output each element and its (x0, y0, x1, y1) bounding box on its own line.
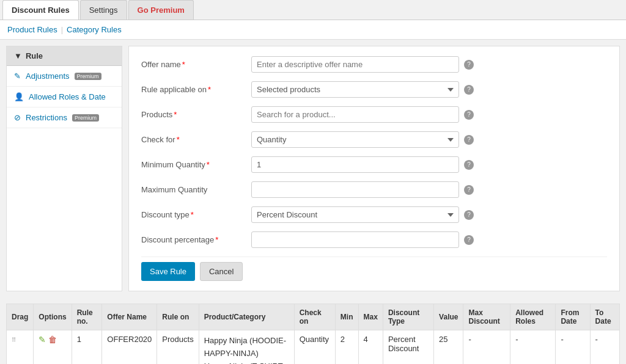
cell-products: Happy Ninja (HOODIE-HAPPY-NINJA)Happy Ni… (199, 330, 294, 365)
col-value: Value (434, 304, 463, 330)
breadcrumb-separator: | (61, 25, 63, 34)
check-for-label: Check for* (141, 131, 251, 144)
allowed-roles-icon: 👤 (14, 92, 24, 101)
sidebar-item-restrictions[interactable]: ⊘ Restrictions Premium (7, 107, 122, 128)
col-allowed-roles: Allowed Roles (510, 304, 556, 330)
cell-value: 25 (434, 330, 463, 365)
edit-icon[interactable]: ✎ (39, 335, 46, 344)
cell-to-date: - (590, 330, 619, 365)
col-check-on: Check on (294, 304, 335, 330)
sidebar-title: Rule (26, 51, 43, 60)
sidebar-item-allowed-roles[interactable]: 👤 Allowed Roles & Date (7, 87, 122, 107)
offer-name-help-icon[interactable]: ? (464, 60, 474, 70)
restrictions-badge: Premium (72, 114, 99, 122)
cell-max-discount: - (463, 330, 510, 365)
cell-rule-no: 1 (72, 330, 102, 365)
cell-rule-on: Products (157, 330, 199, 365)
rule-applicable-field: Selected products All products Category … (251, 81, 607, 98)
btn-area: Save Rule Cancel (141, 257, 607, 281)
cancel-button[interactable]: Cancel (200, 262, 243, 281)
discount-type-select[interactable]: Percent Discount Fixed Discount Fixed Pr… (251, 206, 459, 223)
col-min: Min (335, 304, 358, 330)
max-quantity-input[interactable] (251, 181, 459, 198)
col-rule-on: Rule on (157, 304, 199, 330)
cell-from-date: - (556, 330, 590, 365)
sidebar: ▼ Rule ✎ Adjustments Premium 👤 Allowed R… (6, 46, 122, 291)
products-row: Products* ? (141, 106, 607, 123)
products-search-input[interactable] (251, 106, 459, 123)
col-max-discount: Max Discount (463, 304, 510, 330)
rule-applicable-help-icon[interactable]: ? (464, 85, 474, 95)
rule-applicable-label: Rule applicable on* (141, 81, 251, 94)
check-for-select[interactable]: Quantity Price Weight (251, 131, 459, 148)
offer-name-row: Offer name* ? (141, 56, 607, 73)
cell-check-on: Quantity (294, 330, 335, 365)
offer-name-input[interactable] (251, 56, 459, 73)
col-options: Options (34, 304, 72, 330)
col-drag: Drag (7, 304, 34, 330)
max-quantity-help-icon[interactable]: ? (464, 185, 474, 195)
drag-handle[interactable]: ⠿ (12, 337, 16, 343)
adjustments-icon: ✎ (14, 71, 21, 81)
cell-allowed-roles: - (510, 330, 556, 365)
sidebar-item-adjustments[interactable]: ✎ Adjustments Premium (7, 66, 122, 87)
rule-applicable-select[interactable]: Selected products All products Category (251, 81, 459, 98)
sidebar-header: ▼ Rule (7, 46, 122, 66)
discount-type-row: Discount type* Percent Discount Fixed Di… (141, 206, 607, 223)
save-rule-button[interactable]: Save Rule (141, 262, 195, 281)
col-rule-no: Rule no. (72, 304, 102, 330)
discount-type-help-icon[interactable]: ? (464, 210, 474, 220)
tab-discount-rules[interactable]: Discount Rules (2, 0, 79, 20)
products-label: Products* (141, 106, 251, 119)
check-for-field: Quantity Price Weight ? (251, 131, 607, 148)
min-quantity-help-icon[interactable]: ? (464, 160, 474, 170)
products-field: ? (251, 106, 607, 123)
rule-applicable-row: Rule applicable on* Selected products Al… (141, 81, 607, 98)
offer-name-label: Offer name* (141, 56, 251, 69)
filter-icon: ▼ (14, 51, 22, 60)
min-quantity-input[interactable] (251, 156, 459, 173)
cell-max: 4 (358, 330, 383, 365)
main-content: ▼ Rule ✎ Adjustments Premium 👤 Allowed R… (0, 40, 626, 297)
cell-drag: ⠿ (7, 330, 34, 365)
discount-percentage-input[interactable] (251, 231, 459, 248)
allowed-roles-label: Allowed Roles & Date (29, 92, 106, 101)
adjustments-badge: Premium (75, 73, 101, 80)
product-rules-link[interactable]: Product Rules (7, 25, 57, 34)
min-quantity-row: Minimum Quantity* ? (141, 156, 607, 173)
table-section: Drag Options Rule no. Offer Name Rule on… (0, 297, 626, 364)
offer-name-field: ? (251, 56, 607, 73)
cell-options: ✎ 🗑 (34, 330, 72, 365)
restrictions-label: Restrictions (26, 113, 67, 122)
category-rules-link[interactable]: Category Rules (67, 25, 122, 34)
discount-type-field: Percent Discount Fixed Discount Fixed Pr… (251, 206, 607, 223)
check-for-row: Check for* Quantity Price Weight ? (141, 131, 607, 148)
page-header: Product Rules | Category Rules (0, 20, 626, 40)
col-product-category: Product/Category (199, 304, 294, 330)
min-quantity-field: ? (251, 156, 607, 173)
form-panel: Offer name* ? Rule applicable on* Select… (128, 46, 620, 291)
tab-settings[interactable]: Settings (80, 0, 127, 20)
discount-percentage-label: Discount percentage* (141, 231, 251, 244)
products-help-icon[interactable]: ? (464, 110, 474, 120)
delete-icon[interactable]: 🗑 (48, 335, 57, 344)
table-row: ⠿ ✎ 🗑 1 OFFER2020 Products Happy Ninja (… (7, 330, 620, 365)
cell-min: 2 (335, 330, 358, 365)
max-quantity-field: ? (251, 181, 607, 198)
discount-percentage-field: ? (251, 231, 607, 248)
discount-percentage-help-icon[interactable]: ? (464, 235, 474, 245)
top-nav: Discount Rules Settings Go Premium (0, 0, 626, 20)
cell-offer-name: OFFER2020 (102, 330, 157, 365)
adjustments-label: Adjustments (26, 71, 70, 81)
cell-discount-type: Percent Discount (383, 330, 433, 365)
col-from-date: From Date (556, 304, 590, 330)
rules-table: Drag Options Rule no. Offer Name Rule on… (6, 304, 620, 364)
discount-type-label: Discount type* (141, 206, 251, 219)
col-max: Max (358, 304, 383, 330)
restrictions-icon: ⊘ (14, 113, 21, 122)
tab-go-premium[interactable]: Go Premium (128, 0, 194, 20)
check-for-help-icon[interactable]: ? (464, 135, 474, 145)
col-discount-type: Discount Type (383, 304, 433, 330)
min-quantity-label: Minimum Quantity* (141, 156, 251, 169)
discount-percentage-row: Discount percentage* ? (141, 231, 607, 248)
